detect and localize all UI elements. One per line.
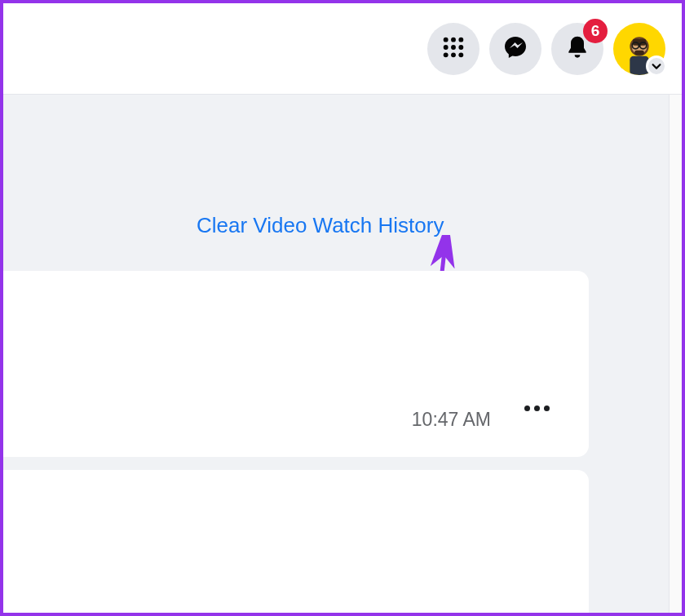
- activity-card: 10:47 AM: [3, 271, 589, 457]
- svg-point-5: [458, 45, 463, 50]
- svg-point-3: [444, 45, 449, 50]
- activity-card: [3, 470, 589, 616]
- timestamp: 10:47 AM: [412, 409, 491, 431]
- main-content: Clear Video Watch History 10:47 AM: [3, 95, 682, 613]
- notifications-button[interactable]: 6: [551, 23, 603, 75]
- account-menu-button[interactable]: [613, 23, 665, 75]
- menu-apps-button[interactable]: [427, 23, 480, 75]
- clear-video-watch-history-link[interactable]: Clear Video Watch History: [197, 213, 444, 238]
- svg-point-8: [458, 52, 463, 57]
- more-options-button[interactable]: [524, 405, 550, 411]
- dot-icon: [544, 405, 550, 411]
- grid-icon: [440, 34, 466, 64]
- notification-badge: 6: [583, 19, 608, 43]
- chevron-down-icon: [646, 55, 667, 77]
- svg-point-2: [458, 37, 463, 42]
- svg-point-7: [451, 52, 456, 57]
- messenger-icon: [502, 34, 528, 64]
- svg-point-4: [451, 45, 456, 50]
- svg-rect-15: [634, 50, 644, 55]
- svg-point-6: [444, 52, 449, 57]
- dot-icon: [524, 405, 530, 411]
- svg-point-0: [444, 37, 449, 42]
- scrollbar-track[interactable]: [669, 95, 682, 613]
- svg-point-1: [451, 37, 456, 42]
- messenger-button[interactable]: [489, 23, 541, 75]
- dot-icon: [534, 405, 540, 411]
- top-header: 6: [3, 3, 682, 95]
